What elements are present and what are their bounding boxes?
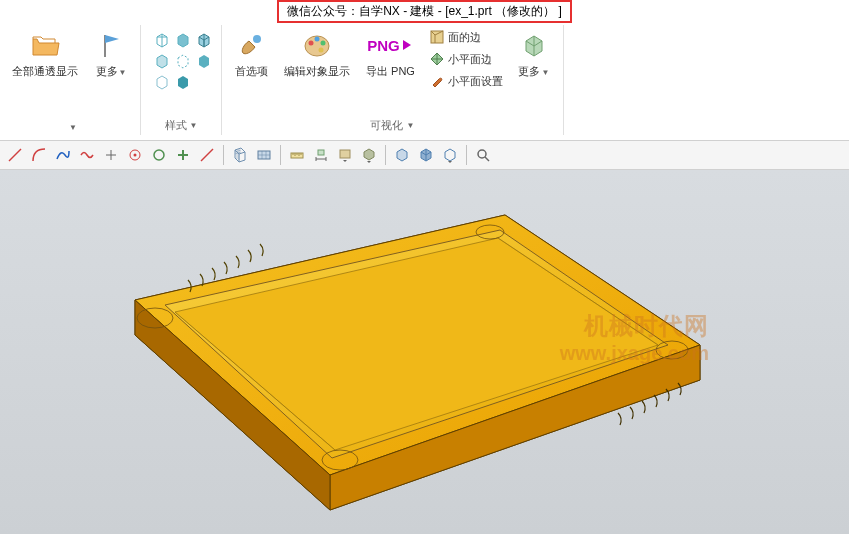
separator-1 [223, 145, 224, 165]
ribbon-group-display: 全部通透显示 更多▼ ▼ [0, 25, 141, 135]
svg-rect-13 [340, 150, 350, 158]
more-button-1[interactable]: 更多▼ [88, 25, 134, 83]
facet-settings-label: 小平面设置 [448, 74, 503, 89]
surface-grid-icon [256, 147, 272, 163]
style-cube-6[interactable] [193, 50, 215, 72]
face-edge-icon [429, 29, 445, 45]
tb-wave[interactable] [76, 144, 98, 166]
tb-surface[interactable] [253, 144, 275, 166]
style-cube-8[interactable] [172, 71, 194, 93]
face-options-column: 面的边 小平面边 小平面设置 [425, 25, 507, 91]
export-png-label: 导出 PNG [366, 64, 415, 79]
wave-icon [79, 147, 95, 163]
box-arrow-icon [337, 147, 353, 163]
cube-hidden-icon [175, 53, 191, 69]
face-edge-button[interactable]: 面的边 [425, 27, 507, 47]
title-bar: 微信公众号：自学NX - 建模 - [ex_1.prt （修改的） ] [0, 0, 849, 22]
style-cube-5[interactable] [172, 50, 194, 72]
cube-arrow-icon [361, 147, 377, 163]
circle-icon [151, 147, 167, 163]
spline-icon [55, 147, 71, 163]
viewport-3d[interactable]: 机械时代网 www.jxage.com [0, 170, 849, 534]
tb-dimension[interactable] [310, 144, 332, 166]
tb-measure[interactable] [286, 144, 308, 166]
ribbon-group-visual: 首选项 编辑对象显示 PNG 导出 PNG 面的边 [222, 25, 564, 135]
magnify-icon [475, 147, 491, 163]
separator-4 [466, 145, 467, 165]
cube-render-icon [518, 29, 550, 61]
cube-dark-icon [175, 74, 191, 90]
tb-view2[interactable] [415, 144, 437, 166]
face-edge-label: 面的边 [448, 30, 481, 45]
svg-point-4 [321, 41, 326, 46]
facet-edge-button[interactable]: 小平面边 [425, 49, 507, 69]
tb-grid[interactable] [229, 144, 251, 166]
style-cube-7[interactable] [151, 71, 173, 93]
cube-wire-icon [154, 32, 170, 48]
more-label-1: 更多▼ [96, 64, 127, 79]
style-cube-2[interactable] [172, 29, 194, 51]
dimension-icon [313, 147, 329, 163]
tb-plus[interactable] [172, 144, 194, 166]
quick-toolbar [0, 140, 849, 170]
tb-spline[interactable] [52, 144, 74, 166]
svg-point-9 [154, 150, 164, 160]
cube-trans-icon [154, 53, 170, 69]
preferences-button[interactable]: 首选项 [228, 25, 274, 83]
edit-display-button[interactable]: 编辑对象显示 [278, 25, 356, 83]
tb-circle[interactable] [148, 144, 170, 166]
tb-view1[interactable] [391, 144, 413, 166]
facet-settings-button[interactable]: 小平面设置 [425, 71, 507, 91]
ruler-icon [289, 147, 305, 163]
tb-point[interactable] [100, 144, 122, 166]
facet-edge-icon [429, 51, 445, 67]
tb-circle-center[interactable] [124, 144, 146, 166]
more-button-2[interactable]: 更多▼ [511, 25, 557, 83]
tb-line[interactable] [4, 144, 26, 166]
cube-light-icon [154, 74, 170, 90]
point-cross-icon [103, 147, 119, 163]
tb-magnify[interactable] [472, 144, 494, 166]
png-text-icon: PNG [367, 37, 400, 54]
brush-pref-icon [235, 29, 267, 61]
tb-drop2[interactable] [358, 144, 380, 166]
style-cube-4[interactable] [151, 50, 173, 72]
tb-tangent[interactable] [196, 144, 218, 166]
plus-icon [175, 147, 191, 163]
style-cube-3[interactable] [193, 29, 215, 51]
export-png-button[interactable]: PNG 导出 PNG [360, 25, 421, 83]
flag-icon [95, 29, 127, 61]
edit-display-label: 编辑对象显示 [284, 64, 350, 79]
tb-view3[interactable] [439, 144, 461, 166]
wrench-icon [429, 73, 445, 89]
group-label-visual: 可视化▼ [370, 116, 414, 135]
display-all-button[interactable]: 全部通透显示 [6, 25, 84, 83]
svg-point-8 [134, 154, 137, 157]
style-icon-grid [147, 25, 215, 93]
facet-edge-label: 小平面边 [448, 52, 492, 67]
display-all-label: 全部通透显示 [12, 64, 78, 79]
cube-edge-icon [196, 32, 212, 48]
separator-3 [385, 145, 386, 165]
svg-point-5 [319, 48, 324, 53]
ribbon-group-style: 样式▼ [141, 25, 222, 135]
tb-arc[interactable] [28, 144, 50, 166]
folder-open-icon [29, 29, 61, 61]
separator-2 [280, 145, 281, 165]
svg-point-2 [309, 41, 314, 46]
svg-rect-12 [318, 150, 324, 155]
group-spacer-1: ▼ [63, 119, 77, 135]
circle-center-icon [127, 147, 143, 163]
svg-point-14 [478, 150, 486, 158]
shaded-cube-icon [418, 147, 434, 163]
tb-drop1[interactable] [334, 144, 356, 166]
window-title: 微信公众号：自学NX - 建模 - [ex_1.prt （修改的） ] [277, 0, 572, 23]
arc-icon [31, 147, 47, 163]
model-tray-svg [0, 170, 849, 534]
grid-icon [232, 147, 248, 163]
style-cube-1[interactable] [151, 29, 173, 51]
iso-cube-icon [394, 147, 410, 163]
svg-point-0 [253, 35, 261, 43]
svg-point-3 [315, 37, 320, 42]
tangent-line-icon [199, 147, 215, 163]
